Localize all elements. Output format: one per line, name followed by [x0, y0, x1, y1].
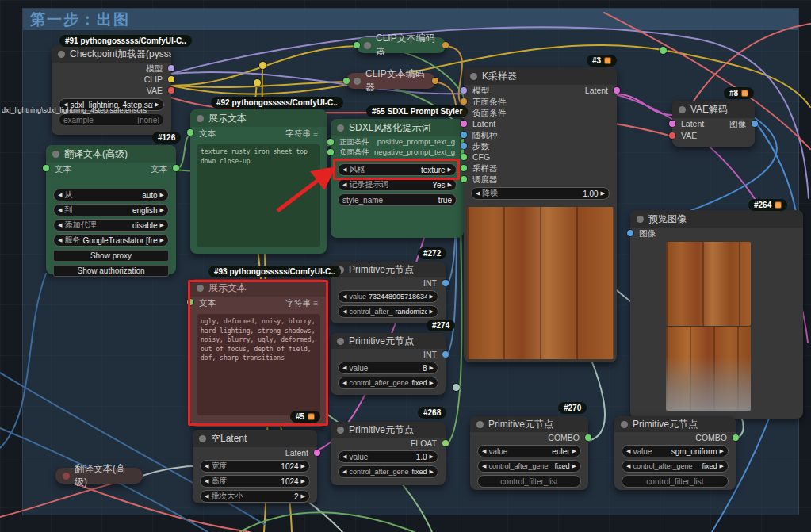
- arrow-right-icon[interactable]: ▶: [430, 380, 434, 386]
- node-title-bar[interactable]: VAE解码: [672, 101, 755, 118]
- node-preview-image[interactable]: 预览图像 图像: [630, 210, 803, 419]
- arrow-right-icon[interactable]: ▶: [155, 101, 159, 108]
- arrow-left-icon[interactable]: ◀: [342, 293, 346, 300]
- node-title-bar[interactable]: 空Latent: [193, 430, 317, 447]
- collapse-dot-icon[interactable]: [197, 115, 204, 122]
- collapse-dot-icon[interactable]: [637, 216, 644, 223]
- node-clip-text-encode-negative[interactable]: CLIP文本编码器: [346, 73, 435, 89]
- control-after-generate-widget[interactable]: ◀control_after_genefixed▶: [338, 465, 438, 478]
- collapse-dot-icon[interactable]: [337, 338, 344, 345]
- output-dot-image[interactable]: [752, 121, 758, 127]
- output-slot-model[interactable]: 模型: [52, 63, 171, 74]
- denoise-widget[interactable]: ◀降噪1.00▶: [471, 187, 610, 200]
- widget-to[interactable]: ◀到english▶: [53, 204, 169, 216]
- input-dot[interactable]: [354, 42, 360, 48]
- input-slot-cfg[interactable]: CFG: [464, 151, 617, 163]
- node-graph-canvas[interactable]: 第一步：出图: [0, 0, 811, 532]
- input-slot-positive[interactable]: 正面条件: [464, 96, 617, 107]
- arrow-left-icon[interactable]: ◀: [58, 207, 62, 213]
- arrow-right-icon[interactable]: ▶: [301, 478, 305, 484]
- reroute-dot[interactable]: [660, 47, 667, 54]
- control-filter-list-widget[interactable]: control_filter_list: [477, 475, 581, 488]
- arrow-right-icon[interactable]: ▶: [301, 463, 305, 469]
- input-dot-scheduler[interactable]: [461, 176, 467, 182]
- output-dot-latent[interactable]: [314, 450, 320, 456]
- collapse-dot-icon[interactable]: [52, 151, 59, 158]
- arrow-left-icon[interactable]: ◀: [342, 365, 346, 371]
- arrow-left-icon[interactable]: ◀: [342, 380, 346, 386]
- output-dot-text[interactable]: [173, 165, 179, 171]
- node-empty-latent[interactable]: 空Latent Latent ◀宽度1024▶ ◀高度1024▶ ◀批次大小2▶: [193, 430, 317, 503]
- arrow-right-icon[interactable]: ▶: [430, 469, 434, 475]
- node-title-bar[interactable]: 展示文本: [190, 109, 327, 127]
- input-dot-latent[interactable]: [669, 121, 675, 127]
- node-title-bar[interactable]: Primitive元节点: [331, 422, 446, 438]
- arrow-left-icon[interactable]: ◀: [342, 454, 346, 460]
- widget-proxy[interactable]: ◀添加代理disable▶: [53, 219, 169, 232]
- node-primitive-sampler[interactable]: Primitive元节点 COMBO ◀valueeuler▶ ◀control…: [470, 416, 588, 490]
- reroute-dot[interactable]: [259, 62, 266, 69]
- output-dot-int[interactable]: [442, 280, 449, 286]
- arrow-left-icon[interactable]: ◀: [342, 308, 346, 315]
- control-filter-list-widget[interactable]: control_filter_list: [622, 475, 729, 488]
- node-primitive-scheduler[interactable]: Primitive元节点 COMBO ◀valuesgm_uniform▶ ◀c…: [614, 416, 736, 490]
- preview-image-1[interactable]: [666, 242, 751, 326]
- input-slot-sampler[interactable]: 采样器: [464, 163, 617, 174]
- collapse-dot-icon[interactable]: [364, 42, 371, 49]
- input-dot-seed[interactable]: [461, 132, 467, 138]
- node-vae-decode[interactable]: VAE解码 Latent 图像 VAE: [672, 101, 755, 147]
- node-translate-text-collapsed[interactable]: 翻译文本(高级): [55, 468, 143, 484]
- arrow-left-icon[interactable]: ◀: [58, 237, 62, 243]
- value-widget[interactable]: ◀value732448905718634▶: [338, 290, 438, 303]
- node-title-bar[interactable]: Checkpoint加载器(pysss): [52, 45, 171, 63]
- slot-row-latent-image[interactable]: Latent 图像: [672, 118, 755, 130]
- menu-icon[interactable]: ≡: [313, 128, 318, 138]
- value-widget[interactable]: ◀valueeuler▶: [477, 445, 581, 457]
- text-display-area[interactable]: texture rusty iron sheet top down close-…: [197, 144, 320, 247]
- arrow-left-icon[interactable]: ◀: [58, 192, 62, 198]
- output-slot-combo[interactable]: COMBO: [470, 432, 588, 442]
- collapse-dot-icon[interactable]: [337, 124, 344, 132]
- arrow-right-icon[interactable]: ▶: [430, 308, 434, 315]
- input-dot-latent[interactable]: [461, 121, 467, 127]
- input-dot-model[interactable]: [461, 87, 467, 94]
- arrow-right-icon[interactable]: ▶: [720, 448, 724, 454]
- height-widget[interactable]: ◀高度1024▶: [200, 475, 310, 488]
- arrow-left-icon[interactable]: ◀: [476, 190, 480, 197]
- input-dot-text[interactable]: [43, 165, 49, 171]
- node-translate-text-advanced[interactable]: 翻译文本(高级) 文本 文本 ◀从auto▶ ◀到english▶ ◀添加代理d…: [46, 145, 176, 274]
- output-dot-latent[interactable]: [614, 87, 620, 94]
- input-dot-vae[interactable]: [669, 132, 675, 139]
- arrow-right-icon[interactable]: ▶: [160, 207, 164, 213]
- input-dot-negative[interactable]: [327, 149, 334, 155]
- collapse-dot-icon[interactable]: [58, 51, 65, 58]
- reroute-dot[interactable]: [453, 384, 460, 391]
- preview-image-2[interactable]: [666, 327, 751, 411]
- output-slot-float[interactable]: FLOAT: [331, 438, 446, 448]
- node-title-bar[interactable]: 预览图像: [630, 210, 803, 228]
- collapse-dot-icon[interactable]: [63, 473, 70, 480]
- arrow-right-icon[interactable]: ▶: [430, 365, 434, 371]
- collapse-dot-icon[interactable]: [199, 435, 206, 442]
- arrow-left-icon[interactable]: ◀: [482, 448, 486, 454]
- slot-row-text[interactable]: 文本 文本: [46, 163, 176, 175]
- example-widget[interactable]: example[none]: [59, 113, 164, 126]
- arrow-right-icon[interactable]: ▶: [160, 237, 164, 243]
- show-proxy-button[interactable]: Show proxy: [53, 250, 169, 262]
- input-dot-positive[interactable]: [461, 98, 467, 105]
- output-slot-clip[interactable]: CLIP: [52, 74, 171, 85]
- control-after-generate-widget[interactable]: ◀control_after_genefixed▶: [622, 460, 729, 473]
- widget-service[interactable]: ◀服务GoogleTranslator [free]▶: [53, 234, 169, 247]
- node-primitive-steps[interactable]: Primitive元节点 INT ◀value8▶ ◀control_after…: [331, 333, 446, 395]
- output-dot[interactable]: [442, 42, 449, 48]
- output-dot-combo[interactable]: [585, 434, 591, 441]
- output-slot-int[interactable]: INT: [331, 277, 446, 288]
- arrow-right-icon[interactable]: ▶: [430, 293, 434, 300]
- arrow-left-icon[interactable]: ◀: [626, 448, 630, 454]
- arrow-left-icon[interactable]: ◀: [482, 463, 486, 469]
- input-dot-cfg[interactable]: [461, 154, 467, 160]
- control-after-generate-widget[interactable]: ◀control_after_genefixed▶: [338, 377, 438, 389]
- arrow-left-icon[interactable]: ◀: [58, 222, 62, 228]
- output-slot-int[interactable]: INT: [331, 349, 446, 359]
- value-widget[interactable]: ◀value1.0▶: [338, 450, 438, 463]
